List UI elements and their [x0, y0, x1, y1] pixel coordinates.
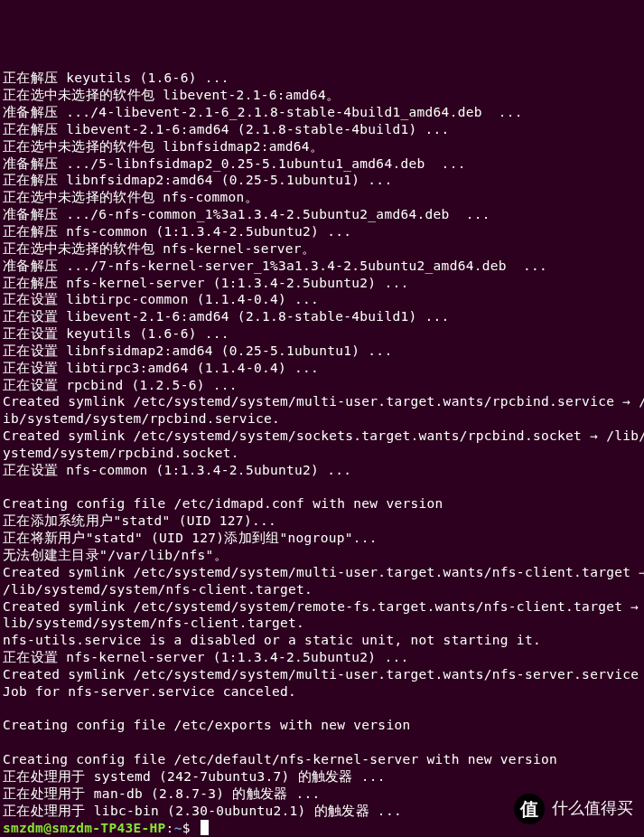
- terminal-line: 正在选中未选择的软件包 nfs-kernel-server。: [3, 240, 641, 258]
- terminal-line: 准备解压 .../6-nfs-common_1%3a1.3.4-2.5ubunt…: [3, 206, 641, 223]
- terminal-line: Created symlink /etc/systemd/system/remo…: [3, 598, 641, 616]
- terminal-line: 准备解压 .../5-libnfsidmap2_0.25-5.1ubuntu1_…: [3, 155, 641, 173]
- terminal-output[interactable]: 正在解压 keyutils (1.6-6) ...正在选中未选择的软件包 lib…: [3, 70, 641, 836]
- terminal-line: 正在选中未选择的软件包 libnfsidmap2:amd64。: [3, 138, 641, 155]
- terminal-line: nfs-utils.service is a disabled or a sta…: [3, 632, 641, 649]
- terminal-line: 正在设置 libtirpc3:amd64 (1.1.4-0.4) ...: [3, 360, 641, 377]
- terminal-line: /lib/systemd/system/nfs-client.target.: [3, 581, 641, 598]
- terminal-line: 正在将新用户"statd" (UID 127)添加到组"nogroup"...: [3, 530, 641, 547]
- cursor-icon: [201, 820, 209, 835]
- terminal-line: 正在设置 libtirpc-common (1.1.4-0.4) ...: [3, 291, 641, 308]
- terminal-line: 正在解压 nfs-kernel-server (1:1.3.4-2.5ubunt…: [3, 275, 641, 292]
- prompt-path: ~: [174, 821, 182, 835]
- terminal-line: 准备解压 .../4-libevent-2.1-6_2.1.8-stable-4…: [3, 104, 641, 121]
- terminal-line: 正在解压 keyutils (1.6-6) ...: [3, 70, 641, 87]
- terminal-line: Job for nfs-server.service canceled.: [3, 683, 641, 701]
- terminal-line: 正在添加系统用户"statd" (UID 127)...: [3, 513, 641, 530]
- terminal-line: ib/systemd/system/rpcbind.service.: [3, 410, 641, 428]
- terminal-line: [3, 701, 641, 718]
- terminal-line: 正在设置 rpcbind (1.2.5-6) ...: [3, 377, 641, 394]
- terminal-line: [3, 479, 641, 496]
- terminal-line: 正在选中未选择的软件包 nfs-common。: [3, 189, 641, 206]
- prompt-dollar: $: [182, 821, 191, 835]
- terminal-line: 正在设置 nfs-common (1:1.3.4-2.5ubuntu2) ...: [3, 462, 641, 479]
- terminal-line: Creating config file /etc/default/nfs-ke…: [3, 751, 641, 768]
- terminal-line: 正在处理用于 systemd (242-7ubuntu3.7) 的触发器 ...: [3, 768, 641, 785]
- watermark: 值 什么值得买: [514, 794, 633, 824]
- terminal-line: lib/systemd/system/nfs-client.target.: [3, 615, 641, 632]
- terminal-line: 无法创建主目录"/var/lib/nfs"。: [3, 547, 641, 564]
- terminal-line: [3, 734, 641, 751]
- terminal-line: 准备解压 .../7-nfs-kernel-server_1%3a1.3.4-2…: [3, 258, 641, 275]
- terminal-line: Creating config file /etc/idmapd.conf wi…: [3, 495, 641, 513]
- terminal-line: 正在解压 libevent-2.1-6:amd64 (2.1.8-stable-…: [3, 121, 641, 138]
- terminal-line: 正在解压 libnfsidmap2:amd64 (0.25-5.1ubuntu1…: [3, 172, 641, 189]
- terminal-line: Creating config file /etc/exports with n…: [3, 717, 641, 734]
- terminal-line: 正在解压 nfs-common (1:1.3.4-2.5ubuntu2) ...: [3, 223, 641, 240]
- terminal-line: 正在设置 libnfsidmap2:amd64 (0.25-5.1ubuntu1…: [3, 343, 641, 360]
- terminal-line: 正在设置 libevent-2.1-6:amd64 (2.1.8-stable-…: [3, 308, 641, 325]
- terminal-line: 正在设置 nfs-kernel-server (1:1.3.4-2.5ubunt…: [3, 649, 641, 666]
- watermark-badge-icon: 值: [514, 794, 545, 824]
- watermark-text: 什么值得买: [552, 798, 633, 819]
- terminal-line: Created symlink /etc/systemd/system/mult…: [3, 666, 641, 683]
- prompt-colon: :: [166, 821, 174, 835]
- terminal-line: ystemd/system/rpcbind.socket.: [3, 445, 641, 462]
- terminal-line: Created symlink /etc/systemd/system/mult…: [3, 393, 641, 410]
- terminal-line: 正在选中未选择的软件包 libevent-2.1-6:amd64。: [3, 87, 641, 104]
- terminal-line: Created symlink /etc/systemd/system/mult…: [3, 564, 641, 581]
- prompt-user-host: smzdm@smzdm-TP43E-HP: [3, 821, 166, 835]
- terminal-line: 正在设置 keyutils (1.6-6) ...: [3, 325, 641, 343]
- terminal-line: Created symlink /etc/systemd/system/sock…: [3, 428, 641, 445]
